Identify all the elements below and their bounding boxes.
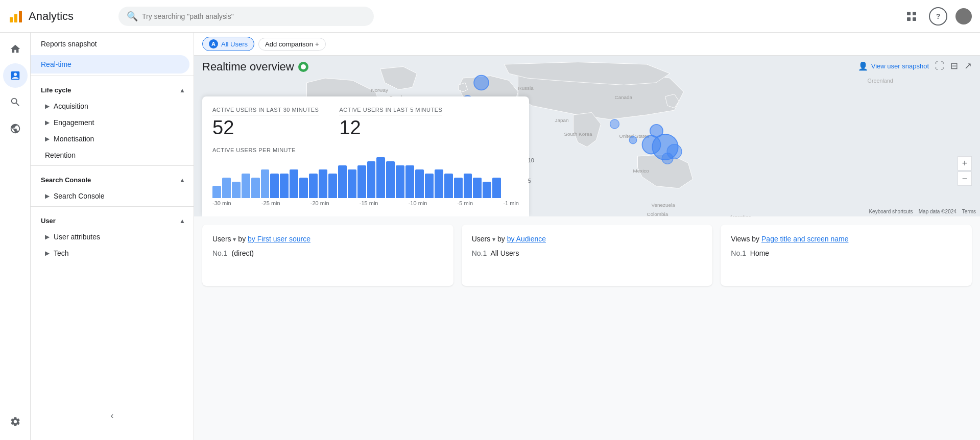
stat-5-label: ACTIVE USERS IN LAST 5 MINUTES: [339, 107, 442, 115]
apps-button[interactable]: [902, 7, 921, 26]
all-users-label: All Users: [221, 40, 248, 48]
sidebar-section-user[interactable]: User ▲: [31, 209, 194, 229]
zoom-out-button[interactable]: −: [958, 172, 972, 186]
acquisition-chevron: ▶: [45, 103, 50, 110]
card-1-title: Users ▾ by by First user source: [212, 235, 443, 243]
divider-3: [31, 206, 194, 207]
svg-text:Colombia: Colombia: [647, 211, 668, 216]
card-1-link[interactable]: by First user source: [248, 235, 310, 243]
zoom-in-button[interactable]: +: [958, 156, 972, 170]
card-2-link[interactable]: by Audience: [507, 235, 546, 243]
collapse-icon: ‹: [111, 410, 114, 421]
map-zoom-controls: + −: [958, 156, 972, 186]
live-dot: [301, 64, 306, 69]
sidebar-section-search-console[interactable]: Search Console ▲: [31, 168, 194, 188]
stat-30min: ACTIVE USERS IN LAST 30 MINUTES 52: [212, 107, 319, 139]
svg-rect-2: [19, 11, 22, 22]
stat-5min: ACTIVE USERS IN LAST 5 MINUTES 12: [339, 107, 442, 139]
card-1-rowno: No.1: [212, 249, 228, 257]
search-bar[interactable]: 🔍: [118, 7, 374, 26]
sidebar-icon-explore[interactable]: [3, 90, 28, 114]
search-console-item-label: Search Console: [54, 192, 105, 200]
sidebar-item-retention[interactable]: Retention: [31, 147, 194, 163]
search-icon: 🔍: [127, 11, 138, 22]
split-view-button[interactable]: ⊟: [950, 60, 958, 71]
card-2-rowno: No.1: [472, 249, 487, 257]
svg-rect-5: [907, 17, 911, 21]
ua-chevron: ▶: [45, 233, 50, 240]
divider-2: [31, 165, 194, 166]
y-label-10: 10: [528, 157, 534, 163]
card-1-separator: by: [238, 235, 248, 243]
sidebar-icon-reports[interactable]: [3, 63, 28, 88]
logo-area: Analytics: [8, 9, 110, 24]
search-input[interactable]: [142, 12, 366, 20]
card-2-row: No.1 All Users: [472, 249, 703, 257]
divider-1: [31, 76, 194, 76]
svg-rect-6: [913, 17, 916, 21]
card-3-title: Views by Page title and screen name: [731, 235, 962, 243]
svg-rect-0: [10, 17, 13, 22]
realtime-header-controls: 👤 View user snapshot ⛶ ⊟ ↗: [858, 60, 972, 71]
fullscreen-button[interactable]: ⛶: [935, 61, 944, 71]
sidebar-item-search-console[interactable]: ▶ Search Console: [31, 188, 194, 204]
add-comparison-label: Add comparison: [265, 40, 313, 48]
chart-bar-24: [444, 174, 453, 198]
help-button[interactable]: ?: [929, 7, 947, 26]
snapshot-icon: 👤: [858, 61, 868, 71]
chart-bar-29: [492, 178, 501, 198]
engagement-label: Engagement: [54, 118, 94, 127]
acquisition-label: Acquisition: [54, 102, 88, 110]
chart-bar-15: [357, 165, 366, 198]
sidebar-item-engagement[interactable]: ▶ Engagement: [31, 114, 194, 131]
search-console-chevron: ▲: [179, 177, 185, 184]
card-3-link[interactable]: Page title and screen name: [761, 235, 848, 243]
svg-point-48: [610, 119, 619, 129]
chart-bar-5: [261, 169, 270, 198]
card-2-dropdown-icon[interactable]: ▾: [492, 236, 495, 243]
terms-label: Terms: [962, 209, 976, 214]
chart-bar-27: [473, 178, 482, 198]
user-avatar[interactable]: [955, 8, 972, 25]
chart-bar-16: [367, 161, 376, 198]
bottom-cards: Users ▾ by by First user source No.1 (di…: [194, 216, 980, 294]
stat-5-value: 12: [339, 117, 442, 139]
chart-y-labels: 10 5: [528, 157, 534, 198]
sidebar-icon-settings[interactable]: [3, 409, 28, 434]
svg-rect-4: [913, 12, 916, 15]
chart-bar-20: [405, 165, 414, 198]
sidebar-icon-home[interactable]: [3, 37, 28, 61]
svg-text:Canada: Canada: [615, 94, 633, 100]
add-comparison-icon: +: [315, 40, 319, 48]
chart-bar-9: [299, 178, 308, 198]
sidebar-item-monetisation[interactable]: ▶ Monetisation: [31, 131, 194, 147]
add-comparison-button[interactable]: Add comparison +: [258, 38, 326, 51]
card-1-dropdown-icon[interactable]: ▾: [233, 236, 236, 243]
main-layout: Reports snapshot Real-time Life cycle ▲ …: [0, 0, 980, 440]
realtime-title-area: Realtime overview: [202, 60, 308, 74]
sidebar-item-reports-snapshot[interactable]: Reports snapshot: [31, 33, 194, 55]
user-section-label: User: [41, 217, 56, 225]
sidebar-icon-advertising[interactable]: [3, 116, 28, 141]
realtime-title: Realtime overview: [202, 60, 294, 74]
monetisation-chevron: ▶: [45, 135, 50, 142]
main-content: A All Users Add comparison + Realtime ov…: [194, 33, 980, 440]
sidebar-item-realtime[interactable]: Real-time: [31, 55, 189, 74]
chart-bar-4: [251, 178, 260, 198]
lifecycle-label: Life cycle: [41, 86, 71, 94]
engagement-chevron: ▶: [45, 119, 50, 126]
card-1-row: No.1 (direct): [212, 249, 443, 257]
sidebar-item-user-attributes[interactable]: ▶ User attributes: [31, 229, 194, 245]
sidebar-item-acquisition[interactable]: ▶ Acquisition: [31, 98, 194, 114]
chart-bar-14: [348, 169, 356, 198]
share-button[interactable]: ↗: [964, 60, 972, 71]
sidebar-section-lifecycle[interactable]: Life cycle ▲: [31, 78, 194, 98]
all-users-button[interactable]: A All Users: [202, 37, 254, 51]
sidebar-collapse-button[interactable]: ‹: [104, 407, 121, 424]
sidebar-item-tech[interactable]: ▶ Tech: [31, 245, 194, 261]
view-snapshot-button[interactable]: 👤 View user snapshot: [858, 61, 929, 71]
tech-chevron: ▶: [45, 250, 50, 257]
stat-30-label: ACTIVE USERS IN LAST 30 MINUTES: [212, 107, 319, 115]
chart-bar-26: [464, 174, 472, 198]
chart-bar-8: [290, 169, 298, 198]
